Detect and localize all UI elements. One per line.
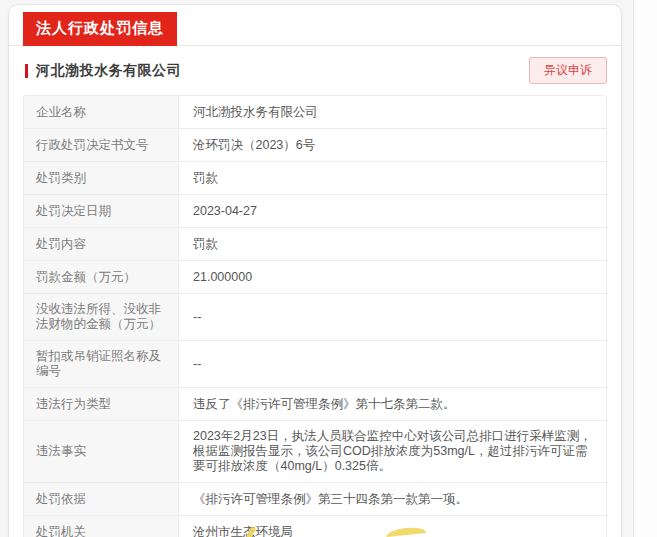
company-title-group: 河北渤投水务有限公司 xyxy=(25,62,181,80)
row-label: 违法行为类型 xyxy=(24,388,179,420)
table-row: 处罚类别罚款 xyxy=(24,162,606,195)
table-row: 企业名称河北渤投水务有限公司 xyxy=(24,96,606,129)
table-row: 违法事实2023年2月23日，执法人员联合监控中心对该公司总排口进行采样监测，根… xyxy=(24,421,606,483)
red-accent-bar-icon xyxy=(25,64,28,78)
row-value: 2023-04-27 xyxy=(179,195,606,227)
table-row: 处罚机关沧州市生态环境局 xyxy=(24,516,606,537)
row-value: 罚款 xyxy=(179,162,606,194)
company-section-header: 河北渤投水务有限公司 异议申诉 xyxy=(9,46,621,94)
row-label: 违法事实 xyxy=(24,421,179,482)
page-header: 法人行政处罚信息 xyxy=(9,5,621,46)
row-value: -- xyxy=(179,341,606,387)
table-row: 没收违法所得、没收非法财物的金额（万元）-- xyxy=(24,294,606,341)
penalty-table: 企业名称河北渤投水务有限公司行政处罚决定书文号沧环罚决（2023）6号处罚类别罚… xyxy=(23,95,607,537)
row-label: 处罚机关 xyxy=(24,516,179,537)
appeal-button[interactable]: 异议申诉 xyxy=(529,57,607,84)
row-value: 罚款 xyxy=(179,228,606,260)
row-label: 罚款金额（万元） xyxy=(24,261,179,293)
company-name-title: 河北渤投水务有限公司 xyxy=(36,62,181,80)
row-value: 21.000000 xyxy=(179,261,606,293)
row-label: 行政处罚决定书文号 xyxy=(24,129,179,161)
penalty-info-card: 法人行政处罚信息 河北渤投水务有限公司 异议申诉 企业名称河北渤投水务有限公司行… xyxy=(8,4,622,537)
table-row: 行政处罚决定书文号沧环罚决（2023）6号 xyxy=(24,129,606,162)
row-label: 企业名称 xyxy=(24,96,179,128)
row-value: -- xyxy=(179,294,606,340)
row-label: 没收违法所得、没收非法财物的金额（万元） xyxy=(24,294,179,340)
page-gutter xyxy=(633,0,657,537)
row-label: 处罚内容 xyxy=(24,228,179,260)
row-value: 《排污许可管理条例》第三十四条第一款第一项。 xyxy=(179,483,606,515)
row-value: 2023年2月23日，执法人员联合监控中心对该公司总排口进行采样监测，根据监测报… xyxy=(179,421,606,482)
table-row: 处罚依据《排污许可管理条例》第三十四条第一款第一项。 xyxy=(24,483,606,516)
table-row: 暂扣或吊销证照名称及编号-- xyxy=(24,341,606,388)
page-title-tab: 法人行政处罚信息 xyxy=(23,12,177,46)
table-row: 处罚内容罚款 xyxy=(24,228,606,261)
row-label: 处罚决定日期 xyxy=(24,195,179,227)
table-row: 处罚决定日期2023-04-27 xyxy=(24,195,606,228)
table-row: 违法行为类型违反了《排污许可管理条例》第十七条第二款。 xyxy=(24,388,606,421)
row-label: 暂扣或吊销证照名称及编号 xyxy=(24,341,179,387)
table-row: 罚款金额（万元）21.000000 xyxy=(24,261,606,294)
row-value: 河北渤投水务有限公司 xyxy=(179,96,606,128)
row-value: 违反了《排污许可管理条例》第十七条第二款。 xyxy=(179,388,606,420)
row-label: 处罚类别 xyxy=(24,162,179,194)
row-label: 处罚依据 xyxy=(24,483,179,515)
row-value: 沧环罚决（2023）6号 xyxy=(179,129,606,161)
